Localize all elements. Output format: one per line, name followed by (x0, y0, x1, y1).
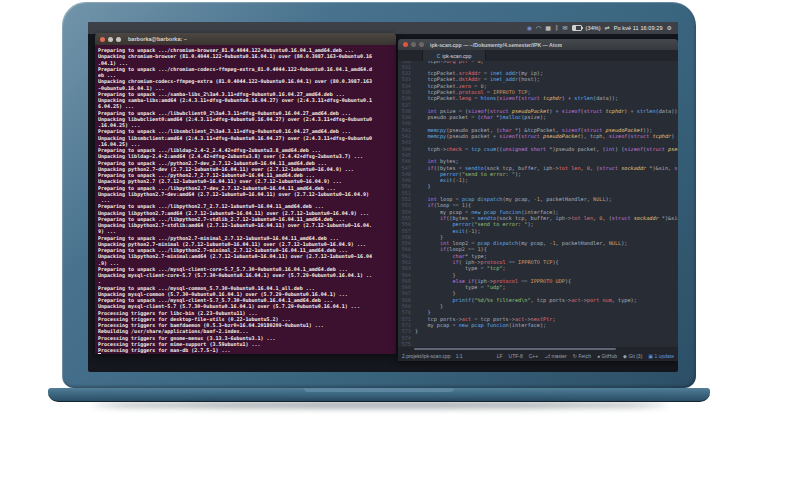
atom-window: ipk-scan.cpp — ~/Dokumenty/4.semester/IP… (398, 39, 678, 361)
status-item-label: LF (497, 353, 503, 359)
maximize-button[interactable] (419, 42, 424, 47)
wifi-icon[interactable]: ◠ (536, 25, 541, 31)
laptop-base-notch (304, 388, 454, 392)
mail-icon[interactable]: ✉ (563, 25, 568, 31)
terminal-output[interactable]: Preparing to unpack .../chromium-browser… (95, 45, 396, 354)
status-cursor-position[interactable]: 1:1 (456, 353, 463, 359)
clock[interactable]: Po kvě 11 16:09:29 (614, 25, 663, 31)
maximize-button[interactable] (116, 37, 121, 42)
status-item-lf[interactable]: LF (497, 353, 503, 359)
gear-icon[interactable]: ⚙ (667, 25, 672, 31)
terminal-line: Unpacking libpython2.7-stdlib:amd64 (2.7… (98, 222, 396, 228)
laptop-base (48, 388, 710, 402)
atom-window-title: ipk-scan.cpp — ~/Dokumenty/4.semester/IP… (430, 42, 562, 48)
close-button[interactable] (100, 37, 105, 42)
update-icon: ▣ (648, 353, 653, 359)
battery-percentage[interactable]: (34%) (586, 25, 601, 31)
sync-arrows-icon[interactable]: ⇄ (605, 25, 610, 31)
minimize-button[interactable] (411, 42, 416, 47)
terminal-line: Unpacking libsmbclient:amd64 (2:4.3.11+d… (98, 135, 396, 141)
terminal-prompt-line (98, 353, 396, 354)
terminal-title: barborka@barborka: ~ (128, 36, 187, 42)
terminal-line: Unpacking mysql-client-core-5.7 (5.7.30-… (98, 272, 396, 278)
tab-label: ipk-scan.cpp (442, 53, 471, 59)
battery-level (573, 26, 576, 30)
status-item-c-[interactable]: C++ (529, 353, 538, 359)
tab-bar: C ipk-scan.cpp (398, 50, 678, 61)
status-item-git-3-[interactable]: ◆Git (3) (623, 353, 642, 359)
terminal-line: Unpacking libpython2.7-dev:amd64 (2.7.12… (98, 191, 396, 197)
fetch-icon: ↻ (573, 353, 577, 359)
terminal-line: Unpacking libldap-2.4-2:amd64 (2.4.42+df… (98, 153, 396, 159)
tab-ipk-scan-cpp[interactable]: C ipk-scan.cpp (422, 50, 486, 61)
terminal-line: Unpacking libpython2.7-minimal:amd64 (2.… (98, 253, 396, 259)
terminal-line: Unpacking chromium-codecs-ffmpeg-extra (… (98, 78, 396, 84)
status-item-label: GitHub (601, 353, 617, 359)
terminal-line: Unpacking samba-libs:amd64 (2:4.3.11+dfs… (98, 97, 396, 103)
status-right-group: LFUTF-8C++⎇master↻Fetch●GitHub◆Git (3)▣1… (497, 353, 674, 359)
battery-icon[interactable] (572, 25, 582, 31)
status-item-github[interactable]: ●GitHub (597, 353, 617, 359)
laptop-screen: ◉ ◠ ▦ ᛒ ✉ (34%) ⇄ Po kvě 11 16:09:29 ⚙ b… (88, 22, 678, 372)
status-item-label: UTF-8 (509, 353, 523, 359)
status-item-label: Fetch (578, 353, 591, 359)
status-item-label: Git (3) (628, 353, 642, 359)
terminal-cursor (98, 353, 101, 354)
status-item-1-update[interactable]: ▣1 update (648, 353, 674, 359)
branch-icon: ⎇ (544, 353, 550, 359)
status-item-label: master (551, 353, 566, 359)
terminal-window: barborka@barborka: ~ Preparing to unpack… (95, 33, 396, 354)
terminal-line: Preparing to unpack .../chromium-codecs-… (98, 66, 396, 72)
c-file-icon: C (437, 53, 441, 59)
terminal-line: Unpacking mysql-client-5.7 (5.7.30-0ubun… (98, 303, 396, 309)
github-icon: ● (597, 353, 600, 359)
bluetooth-icon[interactable]: ᛒ (555, 25, 559, 31)
git-icon: ◆ (623, 353, 627, 359)
terminal-line: Unpacking libwbclient0:amd64 (2:4.3.11+d… (98, 116, 396, 122)
status-file-path: 2.projekt/ipk-scan.cpp (402, 353, 451, 359)
terminal-line: Unpacking chromium-browser (81.0.4044.12… (98, 53, 396, 59)
status-item-label: 1 update (655, 353, 674, 359)
status-item-master[interactable]: ⎇master (544, 353, 567, 359)
status-item-fetch[interactable]: ↻Fetch (573, 353, 591, 359)
scrollbar-thumb[interactable] (414, 348, 616, 350)
code-editor[interactable]: 530 tcph->urg_ptr = 0;531532 tcpPacket.s… (398, 61, 678, 347)
horizontal-scrollbar[interactable] (398, 347, 678, 351)
laptop-shadow (92, 402, 668, 408)
close-button[interactable] (403, 42, 408, 47)
terminal-line: Unpacking libpython2.7:amd64 (2.7.12-1ub… (98, 210, 396, 216)
status-bar: 2.projekt/ipk-scan.cpp 1:1 LFUTF-8C++⎇ma… (398, 351, 678, 361)
minimize-button[interactable] (108, 37, 113, 42)
laptop-mockup: ◉ ◠ ▦ ᛒ ✉ (34%) ⇄ Po kvě 11 16:09:29 ⚙ b… (0, 0, 800, 477)
keyboard-layout-icon[interactable]: ▦ (545, 25, 551, 31)
terminal-titlebar[interactable]: barborka@barborka: ~ (95, 33, 396, 45)
app-indicator-icon[interactable]: ◉ (527, 25, 532, 31)
status-item-label: C++ (529, 353, 538, 359)
status-item-utf-8[interactable]: UTF-8 (509, 353, 523, 359)
atom-titlebar[interactable]: ipk-scan.cpp — ~/Dokumenty/4.semester/IP… (398, 39, 678, 50)
